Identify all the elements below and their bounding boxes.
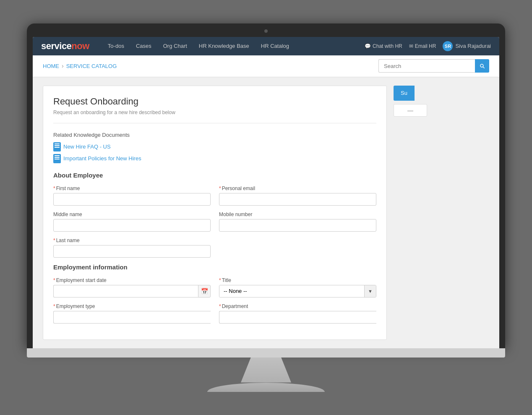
group-middlename: Middle name [53, 211, 211, 232]
label-department: *Department [219, 303, 376, 309]
required-star-title: * [219, 277, 221, 283]
label-firstname: *First name [53, 185, 211, 191]
required-star-startdate: * [53, 277, 55, 283]
label-middlename: Middle name [53, 211, 211, 217]
logo-service: service [41, 41, 71, 51]
label-mobilenumber: Mobile number [219, 211, 376, 217]
breadcrumb: HOME › SERVICE CATALOG [43, 63, 117, 69]
input-startdate[interactable] [53, 285, 198, 298]
row-firstname-email: *First name *Personal email [53, 185, 376, 206]
logo-now: now [71, 41, 89, 51]
nav-link-cases[interactable]: Cases [130, 43, 157, 49]
monitor-stand-base [207, 383, 325, 392]
row-lastname: *Last name [53, 238, 376, 258]
group-lastname-spacer [219, 238, 376, 258]
chat-icon: 💬 [365, 43, 371, 49]
knowledge-section: Related Knowledge Documents New Hire FAQ… [53, 132, 376, 163]
form-card: Request Onboarding Request an onboarding… [43, 86, 387, 340]
input-lastname[interactable] [53, 245, 211, 258]
select-arrow-title: ▼ [364, 285, 376, 298]
knowledge-link-newhirefaq[interactable]: New Hire FAQ - US [53, 142, 376, 151]
search-input[interactable] [378, 59, 475, 73]
input-personalemail[interactable] [219, 193, 376, 206]
knowledge-title: Related Knowledge Documents [53, 132, 376, 138]
label-title: *Title [219, 277, 376, 283]
calendar-icon: 📅 [201, 288, 208, 295]
group-lastname: *Last name [53, 238, 211, 258]
search-button[interactable] [475, 59, 489, 73]
employment-section-heading: Employment information [53, 264, 376, 271]
knowledge-link-label-importantpolicies: Important Policies for New Hires [63, 155, 141, 162]
group-mobilenumber: Mobile number [219, 211, 376, 232]
required-star-lastname: * [53, 238, 55, 243]
group-personalemail: *Personal email [219, 185, 376, 206]
emptype-wrapper [53, 311, 211, 324]
row-startdate-title: *Employment start date 📅 *Ti [53, 277, 376, 298]
group-startdate: *Employment start date 📅 [53, 277, 211, 298]
submit-button[interactable]: Su [394, 86, 415, 101]
main-content: Request Onboarding Request an onboarding… [33, 77, 499, 348]
collapse-icon: — [407, 107, 413, 114]
nav-link-hrcatalog[interactable]: HR Catalog [255, 43, 295, 49]
input-mobilenumber[interactable] [219, 219, 376, 232]
email-hr-link[interactable]: ✉ Email HR [409, 43, 436, 49]
nav-links: To-dos Cases Org Chart HR Knowledge Base… [102, 43, 365, 49]
department-wrapper [219, 311, 376, 324]
required-star-employmenttype: * [53, 303, 55, 309]
input-employmenttype[interactable] [53, 311, 211, 324]
input-middlename[interactable] [53, 219, 211, 232]
input-firstname[interactable] [53, 193, 211, 206]
required-star-department: * [219, 303, 221, 309]
label-startdate: *Employment start date [53, 277, 211, 283]
breadcrumb-current[interactable]: SERVICE CATALOG [66, 63, 117, 69]
group-firstname: *First name [53, 185, 211, 206]
doc-icon-importantpolicies [53, 154, 61, 163]
required-star-personalemail: * [219, 185, 221, 191]
search-area [378, 59, 489, 73]
group-title: *Title -- None -- ▼ [219, 277, 376, 298]
select-wrapper-title[interactable]: -- None -- ▼ [219, 285, 376, 298]
user-avatar[interactable]: SR [443, 41, 453, 51]
about-section-heading: About Employee [53, 172, 376, 179]
search-icon [479, 63, 485, 69]
breadcrumb-home[interactable]: HOME [43, 63, 59, 69]
doc-icon-newhirefaq [53, 142, 61, 151]
nav-link-hrknowledge[interactable]: HR Knowledge Base [193, 43, 255, 49]
knowledge-link-importantpolicies[interactable]: Important Policies for New Hires [53, 154, 376, 163]
breadcrumb-separator: › [62, 63, 64, 69]
navbar: servicenow To-dos Cases Org Chart HR Kno… [33, 37, 499, 55]
date-wrapper: 📅 [53, 285, 211, 298]
knowledge-link-label-newhirefaq: New Hire FAQ - US [63, 144, 111, 150]
row-middlename-mobile: Middle name Mobile number [53, 211, 376, 232]
form-subtitle: Request an onboarding for a new hire des… [53, 110, 376, 115]
form-title: Request Onboarding [53, 96, 376, 107]
label-personalemail: *Personal email [219, 185, 376, 191]
camera-dot [264, 29, 268, 33]
chat-label: Chat with HR [373, 43, 402, 49]
monitor-chin [27, 348, 505, 358]
chat-with-hr-link[interactable]: 💬 Chat with HR [365, 43, 402, 49]
input-department[interactable] [219, 311, 376, 324]
monitor-stand-neck [241, 358, 291, 383]
row-emptype-dept: *Employment type *Department [53, 303, 376, 324]
navbar-right: 💬 Chat with HR ✉ Email HR SR Siva Rajadu… [365, 41, 491, 51]
sidebar-collapse[interactable]: — [394, 104, 427, 117]
sub-header: HOME › SERVICE CATALOG [33, 55, 499, 77]
group-employmenttype: *Employment type [53, 303, 211, 324]
user-name: Siva Rajadurai [455, 43, 491, 49]
group-department: *Department [219, 303, 376, 324]
calendar-button[interactable]: 📅 [198, 285, 211, 298]
select-title[interactable]: -- None -- [219, 285, 364, 298]
logo[interactable]: servicenow [41, 41, 89, 52]
email-label: Email HR [415, 43, 436, 49]
form-divider [53, 123, 376, 123]
label-lastname: *Last name [53, 238, 211, 243]
nav-link-orgchart[interactable]: Org Chart [157, 43, 193, 49]
right-sidebar: Su — [394, 86, 427, 340]
label-employmenttype: *Employment type [53, 303, 211, 309]
nav-link-todos[interactable]: To-dos [102, 43, 130, 49]
required-star-firstname: * [53, 185, 55, 191]
email-icon: ✉ [409, 43, 413, 49]
